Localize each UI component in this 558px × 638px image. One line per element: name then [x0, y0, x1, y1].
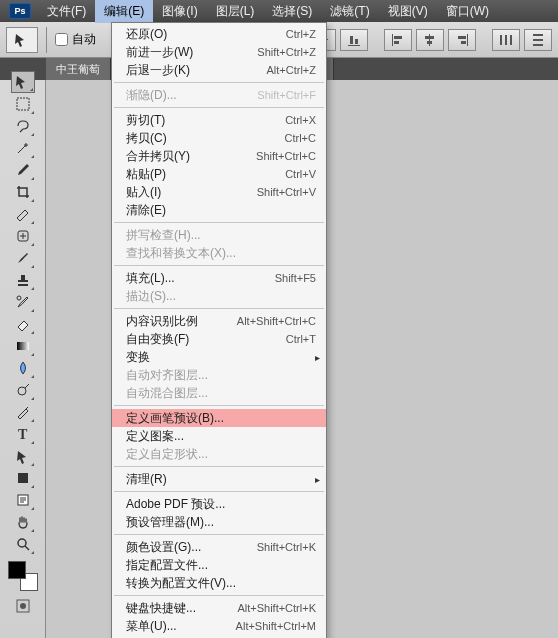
type-icon: T — [15, 426, 31, 442]
healing-icon — [15, 228, 31, 244]
quick-mask-icon — [15, 598, 31, 614]
menu-item[interactable]: 指定配置文件... — [112, 556, 326, 574]
app-logo: Ps — [6, 2, 34, 20]
blur-tool[interactable] — [11, 357, 35, 379]
menu-item-label: 描边(S)... — [126, 288, 176, 305]
menu-item[interactable]: 自由变换(F)Ctrl+T — [112, 330, 326, 348]
dodge-icon — [15, 382, 31, 398]
menu-item-label: 渐隐(D)... — [126, 87, 177, 104]
menu-item-label: 菜单(U)... — [126, 618, 177, 635]
menu-item-label: 内容识别比例 — [126, 313, 198, 330]
svg-rect-10 — [394, 36, 402, 39]
menu-item[interactable]: 拷贝(C)Ctrl+C — [112, 129, 326, 147]
menu-filter[interactable]: 滤镜(T) — [321, 0, 378, 23]
gradient-tool[interactable] — [11, 335, 35, 357]
svg-rect-6 — [348, 45, 360, 46]
menu-item-label: 合并拷贝(Y) — [126, 148, 190, 165]
menu-item-label: 定义自定形状... — [126, 446, 208, 463]
menu-item[interactable]: 颜色设置(G)...Shift+Ctrl+K — [112, 538, 326, 556]
slice-tool[interactable] — [11, 203, 35, 225]
menu-item[interactable]: 后退一步(K)Alt+Ctrl+Z — [112, 61, 326, 79]
distribute-h-icon — [498, 32, 514, 48]
stamp-icon — [15, 272, 31, 288]
distribute-h-button[interactable] — [492, 29, 520, 51]
svg-rect-12 — [429, 34, 430, 46]
dodge-tool[interactable] — [11, 379, 35, 401]
menu-shortcut: Ctrl+Z — [286, 28, 316, 40]
color-swatches[interactable] — [8, 561, 38, 591]
menu-separator — [114, 82, 324, 83]
align-bottom-button[interactable] — [340, 29, 368, 51]
notes-tool[interactable] — [11, 489, 35, 511]
menu-item[interactable]: 粘贴(P)Ctrl+V — [112, 165, 326, 183]
align-right-button[interactable] — [448, 29, 476, 51]
menu-shortcut: Shift+Ctrl+Z — [257, 46, 316, 58]
menu-item[interactable]: 定义画笔预设(B)... — [112, 409, 326, 427]
menu-item[interactable]: Adobe PDF 预设... — [112, 495, 326, 513]
move-tool[interactable] — [11, 71, 35, 93]
menu-file[interactable]: 文件(F) — [38, 0, 95, 23]
menu-item[interactable]: 定义图案... — [112, 427, 326, 445]
quick-mask-button[interactable] — [11, 595, 35, 617]
align-hcenter-button[interactable] — [416, 29, 444, 51]
document-tab-0[interactable]: 中王葡萄 — [46, 58, 111, 80]
menu-item-label: 预设管理器(M)... — [126, 514, 214, 531]
svg-rect-21 — [533, 34, 543, 36]
menu-view[interactable]: 视图(V) — [379, 0, 437, 23]
menu-item[interactable]: 剪切(T)Ctrl+X — [112, 111, 326, 129]
zoom-tool[interactable] — [11, 533, 35, 555]
menu-window[interactable]: 窗口(W) — [437, 0, 498, 23]
shape-tool[interactable] — [11, 467, 35, 489]
menu-item[interactable]: 前进一步(W)Shift+Ctrl+Z — [112, 43, 326, 61]
menu-item-label: 颜色设置(G)... — [126, 539, 201, 556]
menu-separator — [114, 534, 324, 535]
healing-tool[interactable] — [11, 225, 35, 247]
lasso-tool[interactable] — [11, 115, 35, 137]
distribute-v-button[interactable] — [524, 29, 552, 51]
move-tool-indicator[interactable] — [6, 27, 38, 53]
wand-icon — [15, 140, 31, 156]
menu-shortcut: Shift+F5 — [275, 272, 316, 284]
menu-select[interactable]: 选择(S) — [263, 0, 321, 23]
menu-item[interactable]: 预设管理器(M)... — [112, 513, 326, 531]
menu-shortcut: Ctrl+V — [285, 168, 316, 180]
marquee-tool[interactable] — [11, 93, 35, 115]
menu-bar: Ps 文件(F) 编辑(E) 图像(I) 图层(L) 选择(S) 滤镜(T) 视… — [0, 0, 558, 22]
eraser-tool[interactable] — [11, 313, 35, 335]
auto-select-text: 自动 — [72, 31, 96, 48]
auto-select-checkbox[interactable] — [55, 33, 68, 46]
menu-shortcut: Shift+Ctrl+V — [257, 186, 316, 198]
menu-item[interactable]: 填充(L)...Shift+F5 — [112, 269, 326, 287]
menu-item[interactable]: 清理(R) — [112, 470, 326, 488]
auto-select-checkbox-label: 自动 — [55, 31, 96, 48]
path-select-tool[interactable] — [11, 445, 35, 467]
menu-item: 描边(S)... — [112, 287, 326, 305]
menu-item[interactable]: 转换为配置文件(V)... — [112, 574, 326, 592]
menu-item[interactable]: 变换 — [112, 348, 326, 366]
menu-shortcut: Ctrl+X — [285, 114, 316, 126]
history-brush-tool[interactable] — [11, 291, 35, 313]
menu-item[interactable]: 还原(O)Ctrl+Z — [112, 25, 326, 43]
stamp-tool[interactable] — [11, 269, 35, 291]
menu-item[interactable]: 贴入(I)Shift+Ctrl+V — [112, 183, 326, 201]
menu-item[interactable]: 键盘快捷键...Alt+Shift+Ctrl+K — [112, 599, 326, 617]
menu-item[interactable]: 合并拷贝(Y)Shift+Ctrl+C — [112, 147, 326, 165]
menu-layer[interactable]: 图层(L) — [207, 0, 264, 23]
menu-item-label: 前进一步(W) — [126, 44, 193, 61]
brush-tool[interactable] — [11, 247, 35, 269]
svg-rect-24 — [17, 98, 29, 110]
align-left-button[interactable] — [384, 29, 412, 51]
menu-edit[interactable]: 编辑(E) — [95, 0, 153, 23]
pen-tool[interactable] — [11, 401, 35, 423]
wand-tool[interactable] — [11, 137, 35, 159]
hand-tool[interactable] — [11, 511, 35, 533]
menu-item[interactable]: 内容识别比例Alt+Shift+Ctrl+C — [112, 312, 326, 330]
menu-image[interactable]: 图像(I) — [153, 0, 206, 23]
type-tool[interactable]: T — [11, 423, 35, 445]
menu-item-label: 定义图案... — [126, 428, 184, 445]
crop-tool[interactable] — [11, 181, 35, 203]
menu-item[interactable]: 清除(E) — [112, 201, 326, 219]
eyedropper-tool[interactable] — [11, 159, 35, 181]
menu-item[interactable]: 菜单(U)...Alt+Shift+Ctrl+M — [112, 617, 326, 635]
foreground-color-swatch[interactable] — [8, 561, 26, 579]
